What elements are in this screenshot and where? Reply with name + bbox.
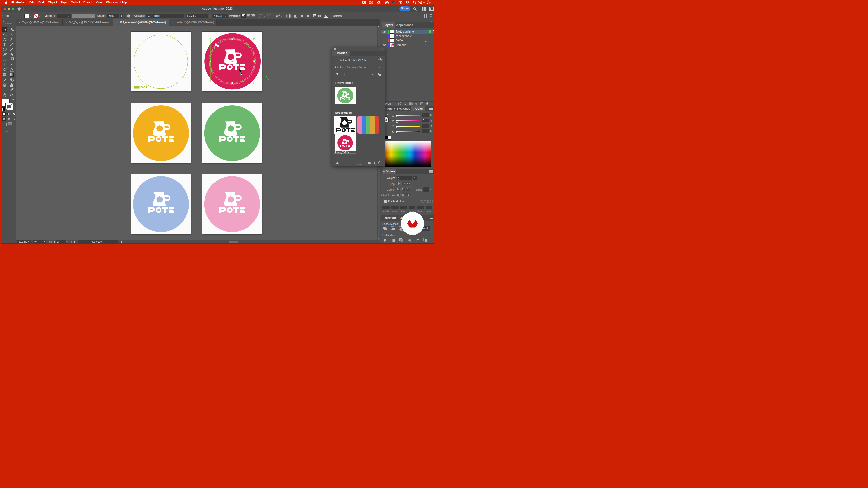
svg-text:T: T xyxy=(3,42,6,46)
svg-text:1: 1 xyxy=(268,14,268,16)
svg-text:2: 2 xyxy=(268,16,268,18)
svg-text:FACA: FACA xyxy=(141,86,147,89)
